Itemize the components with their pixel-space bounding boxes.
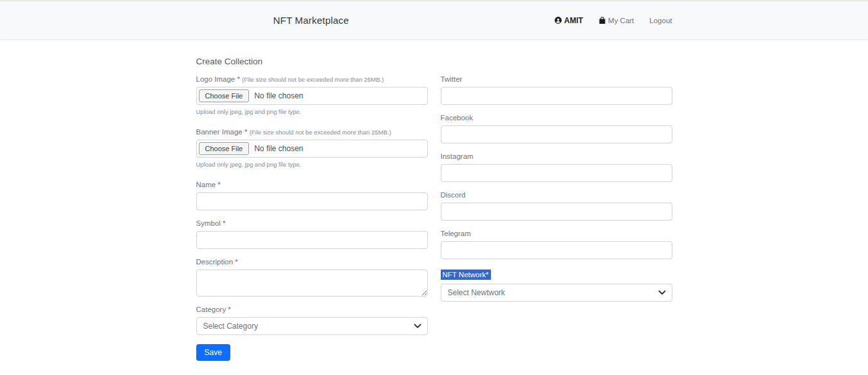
name-label: Name * <box>196 181 428 188</box>
description-label: Description * <box>196 258 428 266</box>
discord-label: Discord <box>441 191 672 199</box>
form-grid: Logo Image * (File size should not be ex… <box>196 75 672 361</box>
save-button[interactable]: Save <box>196 344 230 361</box>
category-select-wrap: Select Category <box>196 317 428 335</box>
twitter-group: Twitter <box>441 75 672 105</box>
brand-title[interactable]: NFT Marketplace <box>273 15 349 26</box>
logo-image-label: Logo Image * (File size should not be ex… <box>196 75 428 83</box>
name-group: Name * <box>196 181 428 210</box>
banner-file-status: No file chosen <box>254 144 303 153</box>
network-select-wrap: Select Newtwork <box>441 284 672 302</box>
description-group: Description * <box>196 258 428 297</box>
form-right-column: Twitter Facebook Instagram Discord Teleg… <box>441 75 672 311</box>
shopping-bag-icon <box>598 17 606 24</box>
logo-file-type-hint: Upload only jpeg, jpg and png file type. <box>196 108 428 115</box>
telegram-field[interactable] <box>441 241 672 259</box>
logout-link[interactable]: Logout <box>642 17 672 24</box>
user-circle-icon <box>554 16 562 24</box>
my-cart-label: My Cart <box>608 17 634 24</box>
description-field[interactable] <box>196 270 428 297</box>
symbol-group: Symbol * <box>196 219 428 249</box>
create-collection-page: Create Collection Logo Image * (File siz… <box>196 40 672 361</box>
navbar-links: AMIT My Cart Logout <box>546 16 672 25</box>
twitter-field[interactable] <box>441 87 672 105</box>
logo-image-group: Logo Image * (File size should not be ex… <box>196 75 428 115</box>
user-menu[interactable]: AMIT <box>546 16 591 25</box>
navbar-container: NFT Marketplace AMIT My Cart Logout <box>196 1 672 39</box>
symbol-label: Symbol * <box>196 219 428 227</box>
nft-network-group: NFT Network* Select Newtwork <box>441 268 672 302</box>
instagram-group: Instagram <box>441 152 672 182</box>
logo-image-label-text: Logo Image * <box>196 75 243 83</box>
user-name: AMIT <box>564 16 583 25</box>
banner-image-size-note: (File size should not be exceeded more t… <box>250 129 391 136</box>
banner-image-label-text: Banner Image * <box>196 128 250 136</box>
form-left-column: Logo Image * (File size should not be ex… <box>196 75 428 361</box>
banner-image-label: Banner Image * (File size should not be … <box>196 128 428 136</box>
discord-group: Discord <box>441 191 672 221</box>
nft-network-label: NFT Network* <box>441 270 491 280</box>
logo-file-status: No file chosen <box>254 91 303 100</box>
logo-image-size-note: (File size should not be exceeded more t… <box>242 76 383 83</box>
telegram-label: Telegram <box>441 230 672 237</box>
facebook-label: Facebook <box>441 114 672 122</box>
logo-file-input[interactable]: Choose File No file chosen <box>196 87 428 105</box>
category-group: Category * Select Category <box>196 306 428 335</box>
banner-file-type-hint: Upload only jpeg, jpg and png file type. <box>196 161 428 168</box>
logout-label: Logout <box>649 17 672 24</box>
facebook-field[interactable] <box>441 125 672 143</box>
my-cart-link[interactable]: My Cart <box>591 17 642 24</box>
category-label: Category * <box>196 306 428 313</box>
top-navbar: NFT Marketplace AMIT My Cart Logout <box>0 0 868 40</box>
nft-network-label-wrap: NFT Network* <box>441 268 672 280</box>
banner-choose-file-button[interactable]: Choose File <box>199 142 250 155</box>
instagram-field[interactable] <box>441 164 672 182</box>
symbol-field[interactable] <box>196 231 428 249</box>
banner-file-input[interactable]: Choose File No file chosen <box>196 140 428 158</box>
facebook-group: Facebook <box>441 114 672 143</box>
name-field[interactable] <box>196 192 428 210</box>
category-select[interactable]: Select Category <box>196 317 428 335</box>
logo-choose-file-button[interactable]: Choose File <box>199 89 250 102</box>
twitter-label: Twitter <box>441 75 672 83</box>
telegram-group: Telegram <box>441 230 672 259</box>
instagram-label: Instagram <box>441 152 672 160</box>
banner-image-group: Banner Image * (File size should not be … <box>196 128 428 168</box>
page-title: Create Collection <box>196 57 672 66</box>
network-select[interactable]: Select Newtwork <box>441 284 672 302</box>
discord-field[interactable] <box>441 203 672 221</box>
